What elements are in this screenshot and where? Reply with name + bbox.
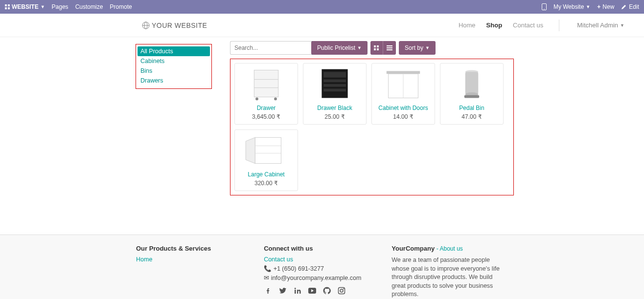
youtube-icon[interactable] xyxy=(308,286,317,295)
search-input[interactable] xyxy=(230,41,312,55)
my-website-label: My Website xyxy=(553,3,584,10)
product-image xyxy=(442,65,501,103)
svg-point-13 xyxy=(255,98,258,101)
product-name: Pedal Bin xyxy=(442,105,501,111)
menu-customize[interactable]: Customize xyxy=(75,3,103,10)
footer-link-contact[interactable]: Contact us xyxy=(264,256,293,263)
view-switcher xyxy=(370,41,396,55)
svg-rect-26 xyxy=(464,95,479,98)
website-label: WEBSITE xyxy=(12,3,39,10)
admin-bar: WEBSITE ▼ Pages Customize Promote My Web… xyxy=(0,0,644,14)
email-value: info@yourcompany.example.com xyxy=(271,275,362,281)
product-card[interactable]: Drawer Black 25.00 ₹ xyxy=(303,63,367,125)
product-card[interactable]: Cabinet with Doors 14.00 ₹ xyxy=(371,63,435,125)
company-name: YourCompany xyxy=(391,245,435,252)
svg-rect-31 xyxy=(295,290,296,294)
user-name: Mitchell Admin xyxy=(577,21,618,29)
svg-point-1 xyxy=(544,9,545,10)
about-desc-1: We are a team of passionate people whose… xyxy=(391,256,508,299)
chevron-down-icon: ▼ xyxy=(41,4,45,9)
product-card[interactable]: Pedal Bin 47.00 ₹ xyxy=(440,63,504,125)
menu-promote[interactable]: Promote xyxy=(110,3,132,10)
grid-icon xyxy=(374,45,379,50)
product-card[interactable]: Drawer 3,645.00 ₹ xyxy=(234,63,298,125)
footer-email: ✉ info@yourcompany.example.com xyxy=(264,274,362,281)
svg-rect-10 xyxy=(254,70,278,97)
footer-heading: Our Products & Services xyxy=(136,245,234,252)
site-logo[interactable]: YOUR WEBSITE xyxy=(142,21,207,29)
svg-point-36 xyxy=(340,289,343,292)
product-name: Drawer xyxy=(237,105,296,111)
product-price: 25.00 ₹ xyxy=(305,113,364,120)
svg-point-32 xyxy=(295,288,296,289)
mobile-preview[interactable] xyxy=(542,3,547,10)
twitter-icon[interactable] xyxy=(278,286,287,295)
product-image xyxy=(237,65,296,103)
pricelist-button[interactable]: Public Pricelist ▼ xyxy=(311,41,368,55)
nav-user[interactable]: Mitchell Admin ▼ xyxy=(577,21,624,29)
nav-home[interactable]: Home xyxy=(459,21,476,29)
phone-icon: 📞 xyxy=(264,265,272,272)
product-card[interactable]: Large Cabinet 320.00 ₹ xyxy=(234,129,298,191)
chevron-down-icon: ▼ xyxy=(620,23,624,28)
nav-separator xyxy=(559,20,559,31)
product-grid: Drawer 3,645.00 ₹ Drawer Black 25.00 ₹ C… xyxy=(230,59,514,195)
pencil-icon xyxy=(621,4,627,10)
my-website-selector[interactable]: My Website ▼ xyxy=(553,3,590,10)
new-button[interactable]: + New xyxy=(597,3,614,10)
svg-rect-20 xyxy=(387,71,420,74)
cat-cabinets[interactable]: Cabinets xyxy=(138,56,210,66)
product-price: 14.00 ₹ xyxy=(374,113,433,120)
cat-bins[interactable]: Bins xyxy=(138,66,210,76)
grid-icon xyxy=(5,4,10,9)
chevron-down-icon: ▼ xyxy=(586,4,590,9)
instagram-icon[interactable] xyxy=(337,286,346,295)
list-view-button[interactable] xyxy=(383,41,396,55)
product-price: 3,645.00 ₹ xyxy=(237,113,296,120)
footer-col-connect: Connect with us Contact us 📞 +1 (650) 69… xyxy=(264,245,362,299)
brand-name: YOUR WEBSITE xyxy=(152,21,207,29)
phone-value: +1 (650) 691-3277 xyxy=(274,265,324,272)
svg-rect-17 xyxy=(323,80,346,83)
product-price: 47.00 ₹ xyxy=(442,113,501,120)
product-price: 320.00 ₹ xyxy=(237,180,296,187)
globe-icon xyxy=(142,21,150,29)
mobile-icon xyxy=(542,3,547,10)
svg-marker-28 xyxy=(246,137,255,163)
svg-rect-19 xyxy=(323,89,346,92)
chevron-down-icon: ▼ xyxy=(357,45,362,50)
svg-rect-24 xyxy=(465,72,479,94)
menu-pages[interactable]: Pages xyxy=(52,3,69,10)
linkedin-icon[interactable] xyxy=(293,286,302,295)
grid-view-button[interactable] xyxy=(370,41,383,55)
main-nav: YOUR WEBSITE Home Shop Contact us Mitche… xyxy=(0,14,644,37)
product-image xyxy=(374,65,433,103)
edit-button[interactable]: Edit xyxy=(621,3,639,10)
svg-rect-16 xyxy=(323,72,346,77)
svg-rect-27 xyxy=(255,137,281,163)
sort-button[interactable]: Sort by ▼ xyxy=(399,41,436,55)
footer-phone: 📞 +1 (650) 691-3277 xyxy=(264,265,362,272)
about-link[interactable]: About us xyxy=(439,245,462,252)
facebook-icon[interactable] xyxy=(264,286,273,295)
cat-all-products[interactable]: All Products xyxy=(138,46,210,56)
list-icon xyxy=(387,45,392,50)
search-box xyxy=(230,41,308,55)
github-icon[interactable] xyxy=(322,286,331,295)
nav-shop[interactable]: Shop xyxy=(486,21,503,29)
website-menu[interactable]: WEBSITE ▼ xyxy=(5,3,45,10)
pricelist-label: Public Pricelist xyxy=(317,44,355,51)
product-image xyxy=(305,65,364,103)
footer-link-home[interactable]: Home xyxy=(136,256,152,263)
mail-icon: ✉ xyxy=(264,275,269,281)
product-image xyxy=(237,132,296,169)
footer-heading: Connect with us xyxy=(264,245,362,252)
svg-point-14 xyxy=(274,98,277,101)
product-name: Large Cabinet xyxy=(237,171,296,178)
svg-rect-18 xyxy=(323,84,346,87)
cat-drawers[interactable]: Drawers xyxy=(138,76,210,85)
footer-col-about: YourCompany - About us We are a team of … xyxy=(391,245,508,299)
product-name: Drawer Black xyxy=(305,105,364,111)
product-name: Cabinet with Doors xyxy=(374,105,433,111)
nav-contact[interactable]: Contact us xyxy=(513,21,543,29)
